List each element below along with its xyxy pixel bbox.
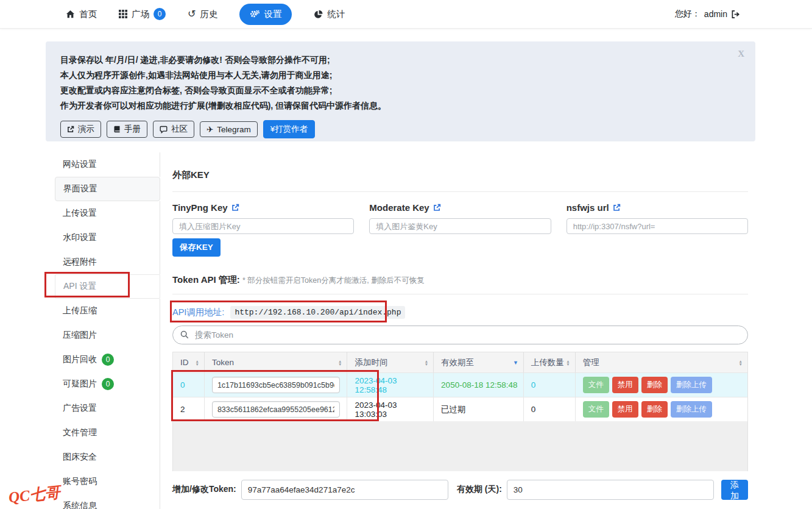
nav-item-home[interactable]: 首页	[66, 9, 97, 20]
moderate-key-input[interactable]	[369, 218, 551, 234]
community-button[interactable]: 社区	[153, 121, 194, 138]
notice-buttons: 演示 手册 社区 ✈ Telegram ¥打赏作者	[60, 120, 741, 138]
add-token-form: 增加/修改Token: 有效期 (天): 添加	[172, 479, 748, 500]
sort-desc-icon: ▼	[513, 360, 518, 366]
home-icon	[66, 10, 75, 19]
top-navbar: 首页 广场 0 ↺ 历史 设置 统计 您好： admin	[0, 0, 812, 29]
header-token[interactable]: Token▲▼	[205, 352, 347, 372]
nav-item-history[interactable]: ↺ 历史	[188, 9, 217, 20]
gears-icon	[250, 10, 259, 18]
header-upload-count[interactable]: 上传数量▲▼	[524, 352, 576, 372]
sidebar-item-system-info[interactable]: 系统信息	[55, 494, 160, 509]
token-value-input[interactable]	[212, 401, 340, 418]
sidebar-item-upload-settings[interactable]: 上传设置	[55, 201, 160, 226]
header-valid-until[interactable]: 有效期至▼	[434, 352, 524, 372]
username: admin	[704, 9, 727, 19]
nav-item-settings-active[interactable]: 设置	[239, 4, 292, 25]
user-area: 您好： admin	[675, 9, 740, 20]
paper-plane-icon: ✈	[207, 124, 213, 134]
token-api-note: * 部分按钮需开启Token分离才能激活, 删除后不可恢复	[242, 276, 425, 285]
sidebar-item-ad-settings[interactable]: 广告设置	[55, 396, 160, 421]
nav-item-stats[interactable]: 统计	[314, 9, 345, 20]
nav-item-label: 首页	[79, 9, 97, 20]
save-key-button[interactable]: 保存KEY	[172, 238, 221, 257]
sidebar-item-account-password[interactable]: 账号密码	[55, 469, 160, 494]
nav-item-label: 历史	[200, 9, 217, 20]
manual-button[interactable]: 手册	[107, 121, 147, 138]
sidebar-item-label: 图床安全	[63, 452, 97, 463]
sidebar-item-upload-compress[interactable]: 上传压缩	[55, 299, 160, 323]
recycle-count-badge: 0	[102, 354, 114, 366]
telegram-button-label: Telegram	[217, 125, 251, 134]
files-button[interactable]: 文件	[583, 377, 609, 393]
token-table: ID▲▼ Token▲▼ 添加时间▲▼ 有效期至▼ 上传数量▲▼ 管理▲▼ 0 …	[172, 352, 748, 471]
cell-manage: 文件 禁用 删除 删除上传	[576, 373, 747, 397]
external-link-icon[interactable]	[231, 204, 239, 212]
header-added-time[interactable]: 添加时间▲▼	[347, 352, 434, 372]
telegram-button[interactable]: ✈ Telegram	[200, 121, 258, 137]
sidebar-item-image-recycle[interactable]: 图片回收0	[55, 347, 160, 372]
donate-button[interactable]: ¥打赏作者	[263, 120, 316, 138]
cell-valid-until: 已过期	[434, 397, 524, 421]
table-header-row: ID▲▼ Token▲▼ 添加时间▲▼ 有效期至▼ 上传数量▲▼ 管理▲▼	[173, 352, 747, 372]
disable-button[interactable]: 禁用	[612, 401, 638, 418]
close-icon[interactable]: X	[738, 49, 744, 59]
valid-days-input[interactable]	[507, 480, 714, 500]
sidebar-item-suspicious-images[interactable]: 可疑图片0	[55, 372, 160, 396]
sidebar-item-compress-image[interactable]: 压缩图片	[55, 323, 160, 347]
files-button[interactable]: 文件	[583, 401, 609, 418]
delete-button[interactable]: 删除	[641, 401, 668, 418]
comment-icon	[160, 126, 168, 133]
sidebar-item-label: 网站设置	[63, 159, 97, 170]
table-empty-area	[173, 421, 747, 471]
sidebar-item-interface-settings[interactable]: 界面设置	[55, 177, 160, 201]
search-token-input[interactable]	[172, 326, 748, 344]
delete-uploads-button[interactable]: 删除上传	[671, 377, 712, 393]
moderate-key-label: Moderate Key	[369, 202, 551, 213]
sort-icon: ▲▼	[195, 360, 199, 366]
sidebar-item-watermark-settings[interactable]: 水印设置	[55, 226, 160, 250]
add-token-input[interactable]	[241, 480, 448, 500]
sidebar-item-api-settings[interactable]: API 设置	[55, 274, 160, 299]
demo-button[interactable]: 演示	[60, 121, 101, 138]
sidebar-item-label: 界面设置	[63, 183, 97, 194]
external-link-icon[interactable]	[613, 204, 621, 212]
cell-manage: 文件 禁用 删除 删除上传	[576, 397, 747, 421]
disable-button[interactable]: 禁用	[612, 377, 638, 393]
delete-button[interactable]: 删除	[641, 377, 668, 393]
sidebar-item-website-settings[interactable]: 网站设置	[55, 152, 160, 177]
token-value-input[interactable]	[212, 377, 340, 393]
sidebar-item-imagebed-security[interactable]: 图床安全	[55, 445, 160, 469]
sidebar-item-label: 广告设置	[63, 403, 97, 414]
book-icon	[113, 126, 121, 133]
cell-token	[205, 373, 347, 397]
cell-token	[205, 397, 347, 421]
qc-watermark: QC七哥	[8, 482, 62, 508]
header-id[interactable]: ID▲▼	[173, 352, 205, 372]
history-icon: ↺	[188, 9, 196, 19]
header-manage[interactable]: 管理▲▼	[576, 352, 747, 372]
nav-item-label: 广场	[132, 9, 149, 20]
sidebar-item-remote-attachment[interactable]: 远程附件	[55, 250, 160, 274]
valid-days-label: 有效期 (天):	[457, 484, 502, 495]
nav-item-plaza[interactable]: 广场 0	[119, 8, 166, 20]
tinypng-key-input[interactable]	[172, 218, 354, 234]
delete-uploads-button[interactable]: 删除上传	[671, 401, 712, 418]
external-link-icon[interactable]	[433, 204, 441, 212]
cell-added-time: 2023-04-03 13:03:03	[347, 397, 434, 421]
sidebar-item-file-management[interactable]: 文件管理	[55, 421, 160, 445]
add-button[interactable]: 添加	[721, 480, 748, 500]
nav-items: 首页 广场 0 ↺ 历史 设置 统计	[66, 4, 345, 25]
logout-icon[interactable]	[731, 10, 740, 19]
sidebar-item-label: 上传设置	[63, 208, 97, 219]
manual-button-label: 手册	[124, 124, 141, 135]
donate-button-label: ¥打赏作者	[270, 124, 308, 135]
section-title-token-api: Token API 管理: * 部分按钮需开启Token分离才能激活, 删除后不…	[172, 274, 425, 285]
sidebar-item-label: 图片回收	[63, 354, 97, 365]
table-row: 2 2023-04-03 13:03:03 已过期 0 文件 禁用 删除 删除上…	[173, 397, 747, 421]
notice-line: 本人仅为程序开源创作,如遇非法网站使用与本人无关,请勿用于商业用途;	[60, 68, 741, 83]
settings-sidebar: 网站设置 界面设置 上传设置 水印设置 远程附件 API 设置 上传压缩 压缩图…	[55, 152, 160, 509]
nav-item-label: 统计	[327, 9, 345, 20]
nsfwjs-url-input[interactable]	[567, 218, 748, 234]
section-title-external-key: 外部KEY	[172, 169, 210, 180]
